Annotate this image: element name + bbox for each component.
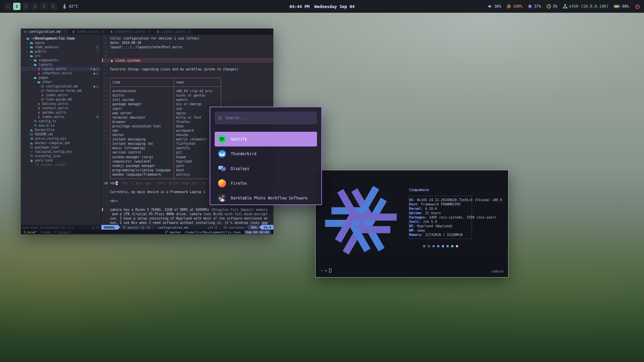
editor-line: 6sakura has a Ryzen 5 7640U, 32GB of DDR… xyxy=(101,207,273,212)
battery-icon xyxy=(614,4,620,9)
tab-label: index.astro xyxy=(77,30,99,34)
clock: 04:44 PM Wednesday Sep 04 xyxy=(289,4,355,9)
tmux-window-2:node[interactable]: 2:node xyxy=(40,230,51,234)
git-status-badges: H xyxy=(97,115,101,119)
tree-item[interactable]: otherPost.astro●□ xyxy=(21,71,101,75)
tree-item[interactable]: docker-compose.yml xyxy=(21,141,101,145)
tree-item[interactable]: fediverse-terms.md xyxy=(21,88,101,93)
memory-module[interactable]: 37% xyxy=(528,4,541,9)
tab-index.astro[interactable]: index.astro× xyxy=(69,28,107,35)
line-text: package managernix or emerge xyxy=(110,102,273,106)
line-text: title: configuration for devices i use (… xyxy=(110,36,273,41)
tree-item[interactable]: ▸public? xyxy=(21,49,101,54)
tailwind-icon xyxy=(30,150,34,154)
workspace-1[interactable]: 1 xyxy=(4,3,11,10)
power-button[interactable] xyxy=(635,4,640,9)
tree-item[interactable]: ▾layouts xyxy=(21,62,101,67)
nixos-logo xyxy=(320,176,402,265)
tab-Layout.astro[interactable]: Layout.astro× xyxy=(153,28,194,35)
sign-column xyxy=(102,107,103,110)
tree-item[interactable]: garden.astro xyxy=(21,110,101,115)
disk-module[interactable]: 3% xyxy=(546,4,557,9)
tree-item[interactable]: index.astroH xyxy=(21,115,101,119)
neofetch-userhost: liv@sakura xyxy=(409,188,472,192)
launcher-item-firefox[interactable]: Firefox xyxy=(215,176,317,191)
tree-item[interactable]: configuration.md●□ xyxy=(21,84,101,88)
tree-item[interactable]: balcony.astro xyxy=(21,102,101,106)
network-module[interactable]: eth0 (10.0.0.140) xyxy=(563,4,609,9)
none-icon xyxy=(30,163,34,167)
tab-label: otherPost.astro xyxy=(115,30,145,34)
tree-item[interactable]: tailwind.config.mjs xyxy=(21,149,101,154)
line-text: date: 2024-08-30 xyxy=(110,41,273,45)
tree-item[interactable]: Layout.astroH●□ xyxy=(21,67,101,71)
markdown-icon xyxy=(30,132,34,136)
tree-item[interactable]: TSenv.d.ts xyxy=(21,123,101,128)
launcher-item-spotify[interactable]: Spotify xyxy=(215,132,317,146)
chevron-icon: ▸ xyxy=(30,59,33,62)
close-icon[interactable]: × xyxy=(148,30,150,34)
markdown-icon xyxy=(24,30,27,34)
tree-item[interactable]: ▾src xyxy=(21,54,101,58)
astro-icon xyxy=(37,111,41,114)
file-encoding: utf-8 xyxy=(208,226,217,229)
launcher-item-displays[interactable]: Displays xyxy=(215,161,317,176)
tree-item[interactable]: Dockerfile xyxy=(21,128,101,132)
tab-configuration.md[interactable]: configuration.md× xyxy=(21,28,69,35)
tree-item[interactable]: ▾pages xyxy=(21,75,101,80)
sign-column xyxy=(102,76,103,79)
workspace-4[interactable]: 4 xyxy=(31,3,39,10)
diff-changed: ~2 xyxy=(146,226,150,229)
tree-item[interactable]: (6 hidden items) xyxy=(21,163,101,167)
tmux-branch-name: master xyxy=(170,230,181,234)
tree-item[interactable]: ▸components xyxy=(21,58,101,62)
launcher-item-label: Darktable Photo Workflow Software xyxy=(231,196,307,200)
git-status-badges: H●□ xyxy=(91,67,101,71)
tree-item[interactable]: tone-guide.md xyxy=(21,97,101,102)
launcher-item-darktable[interactable]: Darktable Photo Workflow Software xyxy=(215,191,317,205)
tree-item[interactable]: ▸node_modulesE xyxy=(21,45,101,49)
palette-dot xyxy=(432,245,435,247)
md-table-row: editorneovim xyxy=(110,133,221,137)
close-icon[interactable]: × xyxy=(63,30,65,34)
tree-item[interactable]: ▾other xyxy=(21,80,101,84)
astro-icon xyxy=(72,30,75,34)
search-input[interactable] xyxy=(215,115,317,121)
tree-item[interactable]: {}package.json xyxy=(21,145,101,149)
tree-item[interactable]: README.md xyxy=(21,132,101,136)
close-icon[interactable]: × xyxy=(102,30,104,34)
tab-otherPost.astro[interactable]: otherPost.astro× xyxy=(107,28,153,35)
tree-item[interactable]: TStsconfig.json xyxy=(21,154,101,158)
workspace-3[interactable]: 3 xyxy=(22,3,30,10)
sign-column xyxy=(102,133,103,137)
cpu-module[interactable]: 100% xyxy=(506,4,522,9)
tmux-window-1:nvim*[interactable]: 1:nvim* xyxy=(23,230,37,234)
tree-item[interactable]: ▾~/Development/liv.town xyxy=(21,36,101,41)
close-icon[interactable]: × xyxy=(188,30,190,34)
tmux-window-3:lazygit[interactable]: 3:lazygit xyxy=(54,230,71,234)
launcher-search[interactable] xyxy=(215,112,317,124)
tree-item-label: index.astro xyxy=(42,115,64,119)
ts-icon: TS xyxy=(33,124,37,127)
workspace-8[interactable]: 8 xyxy=(40,3,48,10)
sign-column xyxy=(102,103,103,106)
tree-item[interactable]: contact.astro xyxy=(21,106,101,110)
shell-prompt[interactable]: ~ > xyxy=(321,268,331,273)
workspace-2[interactable]: 2 xyxy=(13,3,20,10)
palette-dot xyxy=(456,245,458,247)
clock-time: 04:44 PM xyxy=(289,4,310,9)
launcher-item-thunderbird[interactable]: Thunderbird xyxy=(215,146,317,161)
tree-item[interactable]: JSastro.config.mjs xyxy=(21,136,101,141)
tree-item[interactable]: ▸nginx xyxy=(21,41,101,45)
tab-bar: configuration.md×index.astro×otherPost.a… xyxy=(21,28,273,35)
workspace-9[interactable]: 9 xyxy=(49,3,57,10)
battery-module[interactable]: 98% xyxy=(614,4,629,9)
volume-module[interactable]: 36% xyxy=(488,4,501,9)
sign-column xyxy=(102,186,103,189)
tree-item[interactable]: TSconfig.ts xyxy=(21,119,101,123)
md-table-row: architecturex86_64 (rip m2 pro) xyxy=(110,89,221,93)
git-branch-icon xyxy=(165,230,168,234)
tree-item[interactable]: yarn.lock xyxy=(21,158,101,163)
astro-icon xyxy=(37,115,41,119)
tree-item[interactable]: index.astro xyxy=(21,93,101,97)
